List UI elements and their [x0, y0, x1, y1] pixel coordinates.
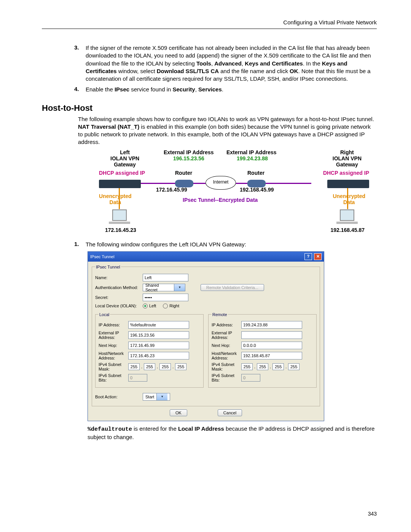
bold: Download SSL/TLS CA [157, 68, 219, 74]
step-3: 3. If the signer of the remote X.509 cer… [74, 44, 377, 83]
header-rule [42, 29, 377, 29]
txt: IOLAN VPN [110, 155, 139, 161]
lbl-right-inner-ip: 192.168.45.99 [240, 187, 274, 193]
txt: . [222, 86, 223, 93]
oct[interactable]: 255 [128, 363, 140, 370]
lbl: External IP Address: [99, 331, 128, 340]
line [119, 188, 120, 209]
intro-paragraph: The following example shows how to confi… [78, 115, 377, 146]
line [347, 188, 348, 209]
ok-button[interactable]: OK [170, 409, 187, 416]
txt: Gateway [110, 161, 139, 168]
step-4: 4. Enable the IPsec service found in Sec… [74, 86, 377, 93]
device-right [327, 180, 369, 188]
oct[interactable]: 255 [175, 363, 186, 370]
remote-ext-input[interactable] [241, 331, 302, 339]
pc-left-icon [108, 209, 131, 225]
secret-input[interactable] [143, 294, 188, 301]
network-diagram: Left IOLAN VPN Gateway Right IOLAN VPN G… [95, 149, 369, 237]
lbl: Next Hop: [99, 343, 128, 348]
line [266, 183, 311, 184]
bold: Keys and Certificates [245, 60, 303, 67]
boot-label: Boot Action: [95, 395, 143, 399]
cancel-button[interactable]: Cancel [218, 409, 242, 416]
lbl: Next Hop: [212, 343, 241, 348]
auth-select[interactable]: Shared Secret ▼ [143, 284, 185, 291]
lbl: IPv4 Subnet Mask: [99, 362, 128, 371]
remote-validation-button[interactable]: Remote Validation Criteria... [201, 284, 264, 291]
remote-ip-input[interactable] [241, 321, 302, 329]
local-ext-input[interactable] [128, 331, 189, 339]
router-right-icon [247, 180, 266, 187]
txt: Enable the [86, 86, 115, 93]
remote-hn-input[interactable] [241, 352, 302, 359]
local-v6-input [128, 374, 147, 382]
bold: OK [290, 68, 298, 74]
txt: Right [333, 149, 362, 155]
bold: Services [198, 86, 222, 93]
ipsec-tunnel-group: IPsec Tunnel Name: Authentication Method… [92, 265, 320, 406]
oct[interactable]: 255 [272, 363, 284, 370]
lbl-left-title: Left IOLAN VPN Gateway [110, 149, 139, 168]
name-label: Name: [95, 275, 143, 280]
txt: The following example shows how to confi… [78, 116, 374, 122]
group-legend: IPsec Tunnel [95, 265, 121, 269]
ipsec-tunnel-dialog: IPsec Tunnel ? ✕ IPsec Tunnel Name: Auth… [88, 251, 324, 421]
local-ip-input[interactable] [128, 321, 189, 329]
remote-mask[interactable]: 255. 255. 255. 255 [241, 363, 299, 370]
secret-label: Secret: [95, 295, 143, 300]
lbl-ext-ip-right: External IP Address [226, 149, 277, 155]
name-input[interactable] [143, 274, 188, 281]
radio-right-label: Right [169, 304, 179, 308]
localdev-label: Local Device (IOLAN): [95, 304, 143, 308]
help-icon[interactable]: ? [304, 253, 312, 260]
step-1-text: The following window configures the Left… [86, 241, 377, 248]
device-left [99, 180, 141, 188]
radio-left[interactable]: Left [143, 304, 156, 308]
lbl-left-host-ip: 172.16.45.23 [105, 227, 136, 233]
txt: Unencrypted [99, 193, 132, 199]
bold: Security [173, 86, 195, 93]
local-mask[interactable]: 255. 255. 255. 255 [128, 363, 186, 370]
lbl-unenc-left: Unencrypted Data [99, 193, 132, 205]
lbl: IPv6 Subnet Bits: [212, 373, 241, 382]
oct[interactable]: 255 [241, 363, 253, 370]
lbl-left-ext-ip: 196.15.23.56 [173, 155, 204, 161]
lbl-tunnel: IPsec Tunnel--Encrypted Data [183, 197, 258, 203]
local-hn-input[interactable] [128, 352, 189, 359]
bold: NAT Traversal (NAT_T) [78, 123, 139, 130]
lbl: IP Address: [99, 323, 128, 327]
oct[interactable]: 255 [144, 363, 155, 370]
oct[interactable]: 255 [159, 363, 171, 370]
oct[interactable]: 255 [257, 363, 268, 370]
line [141, 183, 175, 184]
lbl-right-host-ip: 192.168.45.87 [330, 227, 365, 233]
lbl-left-inner-ip: 172.16.45.99 [156, 187, 187, 193]
local-nh-input[interactable] [128, 342, 189, 349]
txt: IOLAN VPN [333, 155, 362, 161]
auth-label: Authentication Method: [95, 285, 143, 290]
lbl-right-ext-ip: 199.24.23.88 [237, 155, 268, 161]
lbl-unenc-right: Unencrypted Data [333, 193, 365, 205]
close-icon[interactable]: ✕ [314, 253, 322, 260]
txt: is entered for the [132, 425, 178, 432]
local-legend: Local [99, 312, 110, 317]
footnote: %defaultroute is entered for the Local I… [88, 425, 377, 441]
txt: window, select [117, 68, 157, 74]
lbl: IPv6 Subnet Bits: [99, 373, 128, 382]
oct[interactable]: 255 [288, 363, 299, 370]
txt: Unencrypted [333, 193, 365, 199]
dialog-titlebar: IPsec Tunnel ? ✕ [88, 252, 324, 262]
radio-right[interactable]: Right [163, 304, 179, 308]
lbl: IP Address: [212, 323, 241, 327]
txt: Left [110, 149, 139, 155]
txt: service found in [129, 86, 172, 93]
boot-select[interactable]: Start ▼ [143, 393, 170, 401]
step-1: 1. The following window configures the L… [74, 241, 377, 248]
remote-nh-input[interactable] [241, 342, 302, 349]
lbl-ext-ip-left: External IP Address [164, 149, 214, 155]
step-4-num: 4. [74, 86, 86, 93]
lbl-dhcp-left: DHCP assigned IP [99, 170, 145, 176]
local-group: Local IP Address: External IP Address: N… [95, 312, 204, 388]
bold: Advanced [214, 60, 242, 67]
